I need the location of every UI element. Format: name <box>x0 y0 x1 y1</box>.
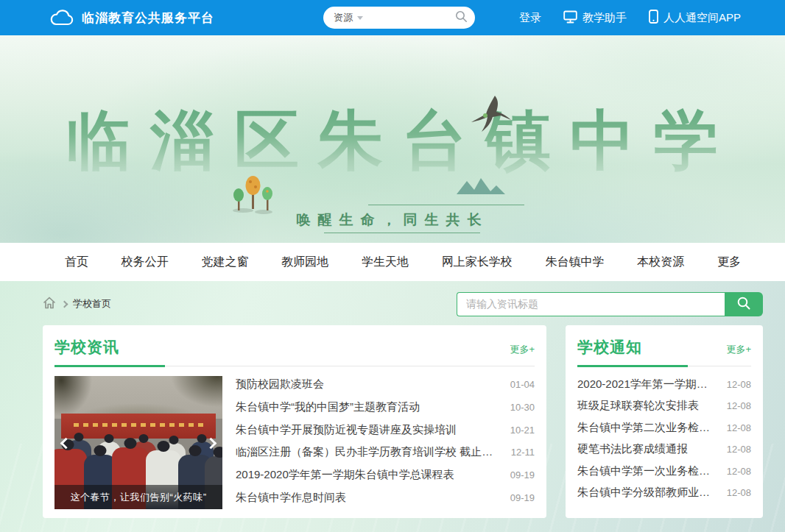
news-item-title[interactable]: 朱台镇中学“我的中国梦”主题教育活动 <box>236 400 420 414</box>
school-slogan: 唤醒生命，同生共长 <box>297 212 489 227</box>
notice-list-item[interactable]: 朱台镇中学分级部教师业务展 12-08 <box>577 486 751 500</box>
slogan-line-bottom <box>324 233 480 233</box>
news-item-date: 09-19 <box>510 492 535 503</box>
mountain-icon <box>457 177 505 197</box>
slogan-wrap: 唤醒生命，同生共长 <box>0 210 785 230</box>
notice-item-title[interactable]: 朱台镇中学第二次业务检查的 <box>577 421 717 435</box>
notice-item-date: 12-08 <box>727 444 751 455</box>
notice-list-item[interactable]: 班级足球联赛轮次安排表 12-08 <box>577 399 751 413</box>
platform-title: 临淄教育公共服务平台 <box>82 10 214 26</box>
news-list-item[interactable]: 朱台镇中学“我的中国梦”主题教育活动 10-30 <box>236 400 535 414</box>
school-news-card: 学校资讯 更多+ 这个春节，让我们告别“火药味” <box>43 325 546 518</box>
nav-item[interactable]: 学生天地 <box>362 255 409 270</box>
school-notice-card: 学校通知 更多+ 2020-2021学年第一学期足球 12-08 班级足球联赛轮… <box>566 325 763 518</box>
article-search <box>457 292 763 316</box>
notice-item-date: 12-08 <box>727 400 751 411</box>
breadcrumb-row: 学校首页 <box>0 291 785 316</box>
notice-item-title[interactable]: 班级足球联赛轮次安排表 <box>577 399 699 413</box>
news-item-date: 10-30 <box>510 402 535 413</box>
notice-list: 2020-2021学年第一学期足球 12-08 班级足球联赛轮次安排表 12-0… <box>566 367 763 511</box>
search-scope-select[interactable]: 资源 <box>334 11 353 24</box>
news-list: 预防校园欺凌班会 01-04 朱台镇中学“我的中国梦”主题教育活动 10-30 … <box>236 376 535 509</box>
news-card-header: 学校资讯 更多+ <box>43 325 546 358</box>
news-carousel[interactable]: 这个春节，让我们告别“火药味” <box>54 376 222 509</box>
notice-list-item[interactable]: 朱台镇中学第二次业务检查的 12-08 <box>577 421 751 435</box>
notice-card-divider <box>577 365 751 367</box>
carousel-caption[interactable]: 这个春节，让我们告别“火药味” <box>54 485 222 509</box>
nav-item[interactable]: 党建之窗 <box>202 255 249 270</box>
notice-item-title[interactable]: 朱台镇中学第一次业务检查的 <box>577 464 717 478</box>
news-item-title[interactable]: 临淄区注册（备案）民办非学历教育培训学校 截止2019 <box>236 445 497 459</box>
phone-icon <box>649 10 658 26</box>
teaching-assistant-link[interactable]: 教学助手 <box>563 10 627 26</box>
notice-item-date: 12-08 <box>727 466 751 477</box>
news-item-title[interactable]: 预防校园欺凌班会 <box>236 377 324 391</box>
monitor-icon <box>563 10 577 26</box>
breadcrumb: 学校首页 <box>43 297 111 312</box>
top-links: 登录 教学助手 人人通空间APP <box>519 10 741 26</box>
main-nav: 首页 校务公开 党建之窗 教师园地 学生天地 网上家长学校 朱台镇中学 本校资源… <box>0 243 785 281</box>
content-area: 学校首页 学校资讯 更多+ <box>0 281 785 532</box>
news-item-title[interactable]: 朱台镇中学作息时间表 <box>236 491 346 505</box>
notice-item-title[interactable]: 硬笔书法比赛成绩通报 <box>577 442 688 456</box>
renrentong-app-link[interactable]: 人人通空间APP <box>649 10 741 26</box>
login-link[interactable]: 登录 <box>519 11 541 25</box>
notice-item-date: 12-08 <box>727 379 751 390</box>
news-card-divider <box>54 365 535 367</box>
news-item-date: 01-04 <box>510 379 535 390</box>
notice-card-header: 学校通知 更多+ <box>566 325 763 358</box>
news-item-title[interactable]: 2019-2020学年第一学期朱台镇中学总课程表 <box>236 468 454 482</box>
notice-item-date: 12-08 <box>727 422 751 433</box>
news-item-date: 12-11 <box>511 447 535 458</box>
nav-item[interactable]: 教师园地 <box>281 255 328 270</box>
home-icon[interactable] <box>43 297 56 312</box>
login-label: 登录 <box>519 11 541 25</box>
breadcrumb-chevron-icon <box>61 301 68 308</box>
search-icon[interactable] <box>455 10 468 26</box>
school-banner: 临淄区朱台镇中学 唤醒生命，同生共长 <box>0 35 785 243</box>
nav-item[interactable]: 朱台镇中学 <box>546 255 605 270</box>
nav-item[interactable]: 首页 <box>65 255 88 270</box>
notice-list-item[interactable]: 硬笔书法比赛成绩通报 12-08 <box>577 442 751 456</box>
news-item-date: 09-19 <box>510 469 535 480</box>
breadcrumb-current[interactable]: 学校首页 <box>73 297 111 311</box>
news-list-item[interactable]: 朱台镇中学开展预防近视专题讲座及实操培训 10-21 <box>236 423 535 437</box>
cards-row: 学校资讯 更多+ 这个春节，让我们告别“火药味” <box>0 316 785 518</box>
platform-brand[interactable]: 临淄教育公共服务平台 <box>50 9 214 26</box>
nav-item[interactable]: 本校资源 <box>637 255 684 270</box>
news-item-date: 10-21 <box>510 425 535 436</box>
notice-item-title[interactable]: 2020-2021学年第一学期足球 <box>577 377 717 391</box>
news-list-item[interactable]: 2019-2020学年第一学期朱台镇中学总课程表 09-19 <box>236 468 535 482</box>
notice-card-title: 学校通知 <box>577 337 642 358</box>
teaching-assistant-label: 教学助手 <box>582 11 627 25</box>
news-card-title: 学校资讯 <box>54 337 119 358</box>
nav-item[interactable]: 校务公开 <box>122 255 169 270</box>
notice-item-title[interactable]: 朱台镇中学分级部教师业务展 <box>577 486 717 500</box>
notice-list-item[interactable]: 2020-2021学年第一学期足球 12-08 <box>577 377 751 391</box>
top-bar: 临淄教育公共服务平台 资源 登录 教学助手 <box>0 0 785 35</box>
chevron-down-icon[interactable] <box>357 16 363 20</box>
notice-list-item[interactable]: 朱台镇中学第一次业务检查的 12-08 <box>577 464 751 478</box>
news-list-item[interactable]: 临淄区注册（备案）民办非学历教育培训学校 截止2019 12-11 <box>236 445 535 459</box>
renrentong-app-label: 人人通空间APP <box>663 11 741 25</box>
news-more-link[interactable]: 更多+ <box>510 343 535 356</box>
article-search-input[interactable] <box>457 292 725 316</box>
search-icon <box>736 296 751 313</box>
notice-more-link[interactable]: 更多+ <box>726 343 751 356</box>
carousel-photo <box>54 376 222 419</box>
article-search-button[interactable] <box>725 292 763 316</box>
swallow-icon <box>468 94 514 135</box>
slogan-line-top <box>368 205 524 205</box>
news-list-item[interactable]: 预防校园欺凌班会 01-04 <box>236 377 535 391</box>
news-card-body: 这个春节，让我们告别“火药味” 预防校园欺凌班会 01-04 朱台镇中学“我的中… <box>43 367 546 509</box>
news-item-title[interactable]: 朱台镇中学开展预防近视专题讲座及实操培训 <box>236 423 457 437</box>
cloud-icon <box>50 9 74 26</box>
nav-item[interactable]: 网上家长学校 <box>442 255 513 270</box>
notice-item-date: 12-08 <box>727 487 751 498</box>
nav-item[interactable]: 更多 <box>717 255 741 270</box>
school-name: 临淄区朱台镇中学 <box>0 97 785 185</box>
global-search[interactable]: 资源 <box>323 7 475 29</box>
news-list-item[interactable]: 朱台镇中学作息时间表 09-19 <box>236 491 535 505</box>
